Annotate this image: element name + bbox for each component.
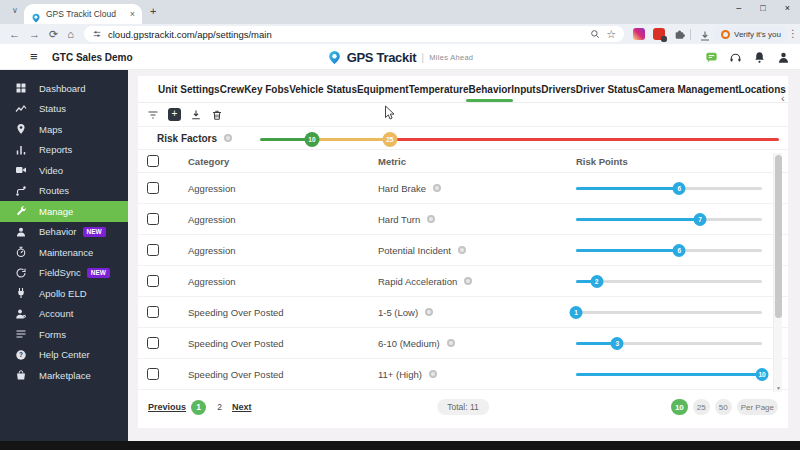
page-button-1[interactable]: 1 xyxy=(191,400,206,415)
extensions-puzzle-icon[interactable] xyxy=(673,27,686,45)
table-scrollbar[interactable]: ▼ xyxy=(773,153,782,392)
filter-icon[interactable] xyxy=(147,109,159,121)
user-profile-icon[interactable] xyxy=(777,51,790,64)
page-button-2[interactable]: 2 xyxy=(212,400,227,415)
sidebar-item-dashboard[interactable]: Dashboard xyxy=(0,78,128,99)
back-icon[interactable]: ← xyxy=(9,29,20,40)
tab-crew[interactable]: Crew xyxy=(220,84,244,95)
extension-icon[interactable] xyxy=(633,28,645,40)
row-checkbox[interactable] xyxy=(147,244,159,256)
row-checkbox[interactable] xyxy=(147,182,159,194)
row-checkbox[interactable] xyxy=(147,306,159,318)
tab-locations[interactable]: Locations xyxy=(739,84,786,95)
scroll-down-arrow-icon[interactable]: ▼ xyxy=(774,385,783,391)
sidebar-item-marketplace[interactable]: Marketplace xyxy=(0,365,128,386)
tab-vehicle-status[interactable]: Vehicle Status xyxy=(289,84,357,95)
chat-icon[interactable] xyxy=(705,51,718,64)
address-bar[interactable]: cloud.gpstrackit.com/app/settings/main ☆ xyxy=(84,26,624,42)
risk-high-handle[interactable]: 25 xyxy=(382,132,397,147)
info-icon[interactable] xyxy=(427,215,435,223)
per-page-option-25[interactable]: 25 xyxy=(693,399,710,415)
slider-handle[interactable]: 7 xyxy=(694,213,707,226)
tab-unit-settings[interactable]: Unit Settings xyxy=(158,84,220,95)
new-tab-button[interactable]: + xyxy=(150,5,156,17)
row-checkbox[interactable] xyxy=(147,275,159,287)
slider-handle[interactable]: 1 xyxy=(570,306,583,319)
info-icon[interactable] xyxy=(425,308,433,316)
sidebar-item-help-center[interactable]: ? Help Center xyxy=(0,345,128,366)
select-all-checkbox[interactable] xyxy=(147,155,159,167)
sidebar-item-forms[interactable]: Forms xyxy=(0,324,128,345)
next-page-link[interactable]: Next xyxy=(232,402,252,412)
row-checkbox[interactable] xyxy=(147,337,159,349)
info-icon[interactable] xyxy=(464,277,472,285)
notifications-bell-icon[interactable] xyxy=(753,51,766,64)
slider-handle[interactable]: 6 xyxy=(673,182,686,195)
tab-scroll-left-icon[interactable]: ‹ xyxy=(781,92,785,104)
slider-handle[interactable]: 10 xyxy=(756,368,769,381)
per-page-option-50[interactable]: 50 xyxy=(715,399,732,415)
extension-icon-badged[interactable] xyxy=(653,28,665,40)
risk-points-slider[interactable]: 2 xyxy=(576,274,762,288)
download-icon[interactable] xyxy=(190,109,202,121)
home-icon[interactable]: ⌂ xyxy=(67,29,74,40)
info-icon[interactable] xyxy=(458,246,466,254)
sidebar-item-maintenance[interactable]: Maintenance xyxy=(0,242,128,263)
tab-equipment[interactable]: Equipment xyxy=(357,84,409,95)
risk-points-slider[interactable]: 6 xyxy=(576,243,762,257)
row-checkbox[interactable] xyxy=(147,213,159,225)
slider-handle[interactable]: 6 xyxy=(673,244,686,257)
risk-low-handle[interactable]: 10 xyxy=(304,132,319,147)
window-close-button[interactable]: × xyxy=(785,3,790,13)
sidebar-item-behavior[interactable]: Behavior NEW xyxy=(0,222,128,243)
window-minimize-button[interactable]: – xyxy=(736,3,741,13)
risk-points-slider[interactable]: 10 xyxy=(576,367,762,381)
row-checkbox[interactable] xyxy=(147,368,159,380)
tab-drivers[interactable]: Drivers xyxy=(541,84,575,95)
risk-points-slider[interactable]: 3 xyxy=(576,336,762,350)
sidebar-item-manage[interactable]: Manage xyxy=(0,201,128,222)
tab-search-icon[interactable]: ∨ xyxy=(12,6,18,15)
info-icon[interactable] xyxy=(447,339,455,347)
browser-tab[interactable]: GPS Trackit Cloud × xyxy=(24,4,142,24)
tab-behavior[interactable]: Behavior xyxy=(468,84,511,95)
per-page-option-10[interactable]: 10 xyxy=(671,399,688,415)
support-headset-icon[interactable] xyxy=(729,51,742,64)
risk-points-slider[interactable]: 6 xyxy=(576,181,762,195)
sidebar-item-status[interactable]: Status xyxy=(0,99,128,120)
search-icon[interactable] xyxy=(590,29,600,39)
tab-key-fobs[interactable]: Key Fobs xyxy=(244,84,289,95)
tab-inputs[interactable]: Inputs xyxy=(511,84,541,95)
sidebar-item-routes[interactable]: Routes xyxy=(0,181,128,202)
sidebar-item-video[interactable]: Video xyxy=(0,160,128,181)
sidebar-item-reports[interactable]: Reports xyxy=(0,140,128,161)
info-icon[interactable] xyxy=(429,370,437,378)
site-info-icon[interactable] xyxy=(92,29,102,39)
info-icon[interactable] xyxy=(224,134,232,142)
forward-icon[interactable]: → xyxy=(29,29,40,40)
scrollbar-thumb[interactable] xyxy=(775,155,782,318)
reload-icon[interactable]: ⟳ xyxy=(49,29,58,40)
risk-factors-range-slider[interactable]: 10 25 xyxy=(260,132,779,146)
tab-driver-status[interactable]: Driver Status xyxy=(576,84,638,95)
slider-handle[interactable]: 3 xyxy=(611,337,624,350)
tab-camera-management[interactable]: Camera Management xyxy=(638,84,739,95)
bookmark-star-icon[interactable]: ☆ xyxy=(606,29,616,40)
tab-close-icon[interactable]: × xyxy=(130,9,135,19)
sidebar-item-maps[interactable]: Maps xyxy=(0,119,128,140)
trash-icon[interactable] xyxy=(211,109,223,121)
previous-page-link[interactable]: Previous xyxy=(148,402,186,412)
sidebar-item-label: Maintenance xyxy=(39,247,93,258)
sidebar-item-fieldsync[interactable]: FieldSync NEW xyxy=(0,263,128,284)
window-maximize-button[interactable]: □ xyxy=(760,3,765,13)
info-icon[interactable] xyxy=(433,184,441,192)
sidebar-item-account[interactable]: Account xyxy=(0,304,128,325)
risk-points-slider[interactable]: 7 xyxy=(576,212,762,226)
add-icon[interactable]: + xyxy=(168,108,181,121)
sidebar-item-apollo-eld[interactable]: Apollo ELD xyxy=(0,283,128,304)
browser-menu-icon[interactable]: ⋮ xyxy=(788,28,798,39)
tab-temperature[interactable]: Temperature xyxy=(409,84,469,95)
risk-points-slider[interactable]: 1 xyxy=(576,305,762,319)
verify-its-you-button[interactable]: Verify it's you xyxy=(714,26,788,42)
slider-handle[interactable]: 2 xyxy=(590,275,603,288)
